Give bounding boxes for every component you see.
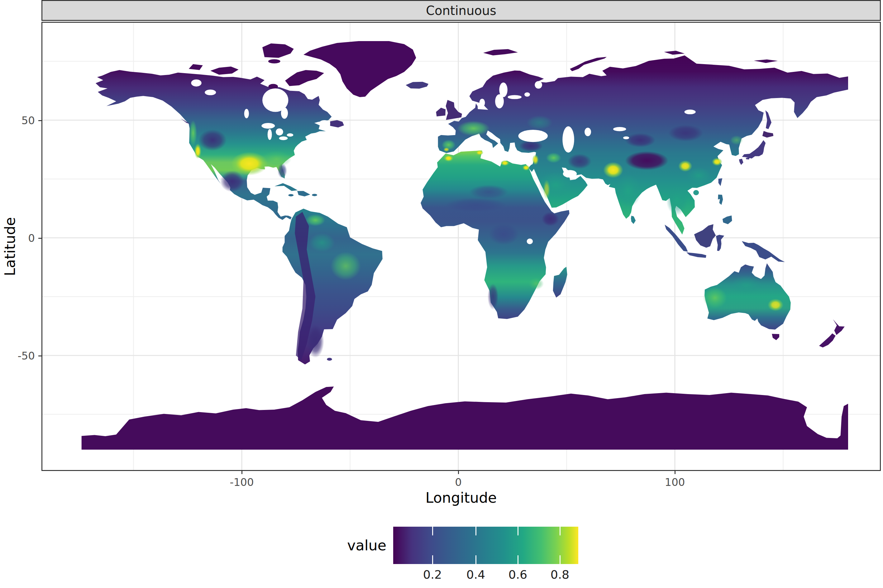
legend-tick-label: 0.6: [499, 568, 537, 582]
landmass-new-zealand-north: [833, 320, 845, 335]
legend-tick: [517, 526, 519, 536]
x-axis-title: Longitude: [368, 489, 555, 506]
landmass-great-britain: [446, 100, 462, 120]
landmass-sri-lanka: [631, 216, 636, 224]
facet-strip-title: Continuous: [426, 3, 496, 18]
y-tick-mark: [38, 238, 41, 239]
landmass-tasmania: [772, 334, 779, 340]
x-tick-label: 100: [650, 477, 700, 488]
legend-tick: [517, 555, 519, 564]
landmass-iceland: [406, 82, 429, 89]
x-tick-mark: [675, 471, 675, 474]
map-panel: [41, 22, 881, 471]
landmass-borneo: [694, 224, 716, 248]
y-tick-label: -50: [6, 351, 35, 361]
facet-strip: Continuous: [41, 0, 881, 21]
landmass-new-guinea: [742, 241, 785, 262]
landmass-honshu: [742, 140, 766, 159]
y-axis-title: Latitude: [2, 184, 17, 309]
legend-title: value: [324, 526, 387, 564]
legend-tick-label: 0.4: [457, 568, 495, 582]
landmass-ireland: [436, 108, 445, 116]
landmass-madagascar: [553, 267, 567, 298]
landmass-hokkaido: [763, 131, 773, 138]
landmass-sulawesi: [716, 235, 724, 251]
legend-tick: [432, 555, 433, 564]
x-tick-label: 0: [433, 477, 483, 488]
world-map: [41, 22, 881, 471]
landmass-luzon: [718, 195, 723, 205]
legend-tick: [560, 555, 561, 564]
legend-tick-label: 0.8: [541, 568, 579, 582]
legend-colorbar: [393, 526, 578, 564]
landmass-newfoundland: [330, 120, 344, 127]
legend-tick-label: 0.2: [414, 568, 451, 582]
legend-tick: [475, 526, 476, 536]
landmass-mindanao: [722, 215, 732, 224]
landmass-hainan: [693, 190, 699, 195]
landmass-cuba: [274, 183, 298, 191]
landmass-new-zealand-south: [819, 333, 836, 347]
x-tick-label: -100: [217, 477, 267, 488]
landmass-hispaniola: [297, 191, 310, 196]
figure: Continuous: [0, 0, 883, 588]
legend-tick: [432, 526, 433, 536]
x-tick-mark: [241, 471, 242, 474]
landmass-antarctica: [82, 387, 848, 450]
y-tick-label: 50: [6, 115, 35, 126]
landmass-java: [686, 252, 706, 258]
legend-tick: [475, 555, 476, 564]
landmass-taiwan: [719, 178, 722, 186]
landmass-greenland: [304, 41, 416, 97]
legend-tick: [560, 526, 561, 536]
x-tick-mark: [458, 471, 459, 474]
y-tick-mark: [38, 120, 41, 121]
y-tick-mark: [38, 356, 41, 356]
raster-layer: [82, 41, 848, 450]
